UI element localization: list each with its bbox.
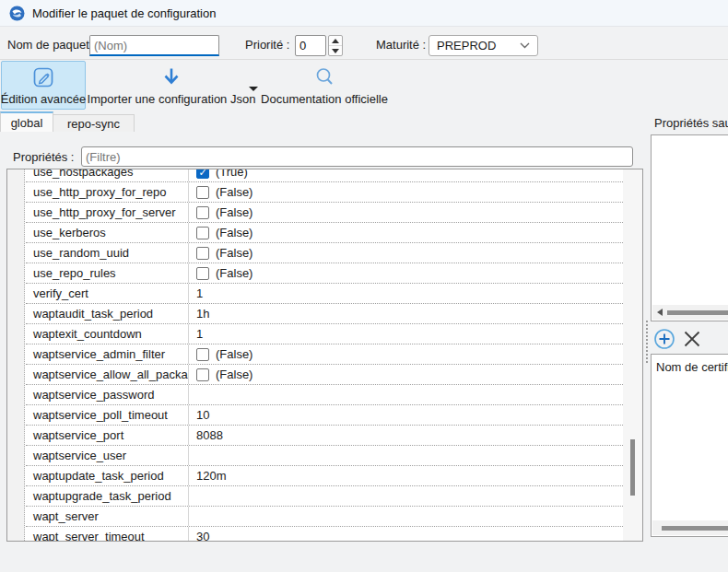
table-row[interactable]: waptservice_admin_filter(False) — [26, 344, 623, 365]
table-row[interactable]: use_repo_rules(False) — [26, 263, 623, 284]
table-row[interactable]: use_http_proxy_for_repo(False) — [26, 182, 623, 203]
property-value-cell — [189, 486, 623, 506]
property-name-cell: waptaudit_task_period — [26, 304, 189, 323]
property-value-cell: 120m — [189, 466, 623, 485]
spin-down-button[interactable] — [329, 45, 342, 55]
table-row[interactable]: wapt_server_timeout30 — [26, 527, 623, 541]
documentation-button[interactable]: Documentation officielle — [261, 61, 388, 110]
advanced-edit-label: Édition avancée — [1, 92, 87, 106]
property-name-cell: waptservice_allow_all_packages — [26, 365, 189, 384]
table-row[interactable]: waptexit_countdown1 — [26, 324, 623, 344]
table-row[interactable]: waptservice_allow_all_packages(False) — [26, 365, 623, 385]
tab-global[interactable]: global — [0, 111, 53, 132]
priority-label: Priorité : — [245, 35, 289, 55]
tab-repo-sync[interactable]: repo-sync — [53, 114, 135, 132]
property-name-cell: waptexit_countdown — [26, 324, 189, 344]
checkbox-unchecked-icon[interactable] — [196, 267, 209, 280]
search-magnifier-icon — [312, 65, 336, 89]
bool-value-label: (False) — [216, 368, 252, 381]
import-json-label: Importer une configuration Json — [88, 92, 256, 106]
table-row[interactable]: waptaudit_task_period1h — [26, 304, 623, 324]
property-name-cell: use_random_uuid — [26, 243, 189, 263]
download-arrow-icon — [159, 65, 183, 89]
property-name-cell: waptupgrade_task_period — [26, 486, 189, 506]
table-row[interactable]: waptupdate_task_period120m — [26, 466, 623, 486]
property-name-cell: verify_cert — [26, 284, 189, 303]
scroll-left-arrow-icon[interactable] — [657, 309, 663, 316]
checkbox-unchecked-icon[interactable] — [196, 186, 209, 199]
spin-up-button[interactable] — [329, 36, 342, 45]
table-row[interactable]: verify_cert1 — [26, 284, 623, 304]
property-value-cell: (False) — [189, 344, 623, 364]
hscrollbar-thumb[interactable] — [667, 310, 728, 315]
advanced-edit-button[interactable]: Édition avancée — [1, 61, 86, 110]
certificates-hscrollbar[interactable] — [652, 520, 728, 535]
checkbox-unchecked-icon[interactable] — [196, 368, 209, 381]
title-bar: Modifier le paquet de configuration — [0, 0, 728, 27]
certificates-list[interactable] — [651, 354, 728, 537]
wapt-logo-icon — [9, 6, 25, 21]
saved-properties-label: Propriétés sauv — [654, 113, 728, 134]
checkbox-unchecked-icon[interactable] — [196, 247, 209, 260]
filter-label: Propriétés : — [13, 147, 74, 168]
property-name-cell: waptupdate_task_period — [26, 466, 189, 485]
grid-indicator-column — [7, 169, 25, 541]
property-value-cell — [189, 446, 623, 465]
property-value-cell: 1 — [189, 284, 623, 303]
priority-input[interactable] — [295, 35, 326, 56]
certificates-header: Nom de certifi — [656, 360, 728, 374]
add-certificate-button[interactable] — [652, 327, 676, 351]
property-value-cell: 8088 — [189, 426, 623, 445]
property-name-cell: use_http_proxy_for_server — [26, 203, 189, 222]
saved-list-hscrollbar[interactable] — [652, 305, 728, 320]
toolbar-separator — [0, 59, 728, 60]
table-row[interactable]: waptservice_port8088 — [26, 426, 623, 446]
grid-scrollbar-thumb[interactable] — [630, 439, 635, 496]
property-name-cell: waptservice_poll_timeout — [26, 405, 189, 425]
documentation-label: Documentation officielle — [261, 92, 388, 106]
table-row[interactable]: waptupgrade_task_period — [26, 486, 623, 507]
table-row[interactable]: use_random_uuid(False) — [26, 243, 623, 263]
import-dropdown-caret-icon[interactable] — [249, 87, 258, 91]
property-value-cell: (False) — [189, 203, 623, 222]
table-row[interactable]: use_kerberos(False) — [26, 223, 623, 243]
table-row[interactable]: use_http_proxy_for_server(False) — [26, 203, 623, 223]
delete-certificate-button[interactable] — [680, 327, 704, 351]
table-row[interactable]: waptservice_user — [26, 446, 623, 466]
checkbox-unchecked-icon[interactable] — [196, 348, 209, 361]
checkbox-unchecked-icon[interactable] — [196, 227, 209, 239]
filter-input[interactable] — [81, 146, 633, 167]
property-value-cell: 10 — [189, 405, 623, 425]
bool-value-label: (False) — [216, 246, 252, 260]
table-row[interactable]: use_hostpackages✓(True) — [26, 169, 623, 182]
hscrollbar-thumb[interactable] — [662, 526, 728, 531]
checkbox-checked-icon[interactable]: ✓ — [196, 169, 209, 179]
property-name-cell: use_hostpackages — [26, 169, 189, 181]
chevron-down-icon — [520, 42, 530, 49]
arrow-up-icon — [332, 39, 339, 43]
property-value-cell: 1 — [189, 324, 623, 344]
bool-value-label: (False) — [216, 205, 252, 219]
property-value-cell: ✓(True) — [189, 169, 623, 181]
package-name-input[interactable] — [89, 35, 219, 56]
property-name-cell: use_http_proxy_for_repo — [26, 182, 189, 202]
close-x-icon — [682, 329, 702, 349]
checkbox-unchecked-icon[interactable] — [196, 206, 209, 219]
bool-value-label: (False) — [216, 226, 252, 239]
panel-splitter-handle[interactable] — [646, 321, 648, 363]
table-row[interactable]: waptservice_poll_timeout10 — [26, 405, 623, 426]
bool-value-label: (False) — [216, 347, 252, 361]
import-json-button[interactable]: Importer une configuration Json — [88, 61, 255, 110]
property-value-cell: (False) — [189, 223, 623, 242]
table-row[interactable]: wapt_server — [26, 507, 623, 527]
grid-vertical-scrollbar[interactable] — [623, 169, 642, 541]
property-value-cell: 30 — [189, 527, 623, 541]
maturity-select[interactable]: PREPROD — [429, 35, 538, 56]
grid-rows-viewport: use_hostpackages✓(True)use_http_proxy_fo… — [26, 169, 623, 541]
saved-properties-list[interactable] — [651, 134, 728, 321]
plus-circle-icon — [653, 328, 675, 350]
priority-stepper[interactable] — [328, 35, 343, 56]
property-value-cell: 1h — [189, 304, 623, 323]
bool-value-label: (False) — [216, 185, 252, 199]
table-row[interactable]: waptservice_password — [26, 385, 623, 405]
